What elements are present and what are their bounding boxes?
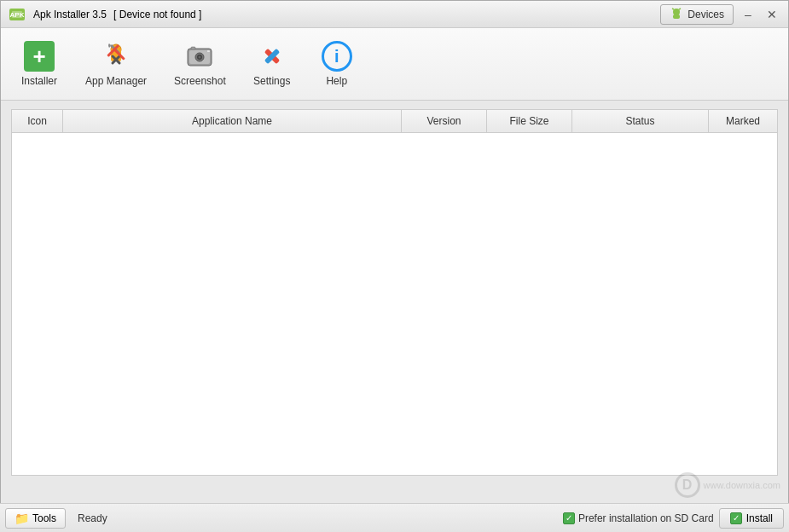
folder-icon: 📁 xyxy=(15,512,29,525)
toolbar: + Installer App Manager xyxy=(1,28,788,101)
svg-rect-19 xyxy=(191,47,195,49)
tools-label: Tools xyxy=(32,512,56,524)
help-icon: i xyxy=(322,41,352,72)
title-bar: APK Apk Installer 3.5 [ Device not found… xyxy=(1,1,788,28)
watermark-site: www.downxia.com xyxy=(704,480,780,490)
col-status-header: Status xyxy=(572,110,709,132)
svg-rect-4 xyxy=(673,14,680,19)
installer-button[interactable]: + Installer xyxy=(9,35,69,93)
install-check-icon: ✓ xyxy=(730,512,742,524)
col-version-header: Version xyxy=(402,110,487,132)
table-header: Icon Application Name Version File Size … xyxy=(12,110,777,133)
sd-card-preference[interactable]: ✓ Prefer installation on SD Card xyxy=(563,512,714,524)
col-icon-header: Icon xyxy=(12,110,63,132)
install-label: Install xyxy=(746,512,773,524)
watermark-logo: D xyxy=(675,472,700,498)
installer-label: Installer xyxy=(21,75,57,87)
close-button[interactable]: ✕ xyxy=(763,5,781,24)
screenshot-label: Screenshot xyxy=(174,75,226,87)
screenshot-button[interactable]: Screenshot xyxy=(163,35,237,93)
col-appname-header: Application Name xyxy=(63,110,402,132)
svg-text:APK: APK xyxy=(10,11,25,19)
help-label: Help xyxy=(326,75,347,87)
screenshot-icon xyxy=(184,41,215,72)
devices-label: Devices xyxy=(687,9,724,20)
install-button[interactable]: ✓ Install xyxy=(719,508,784,529)
app-title: Apk Installer 3.5 xyxy=(33,9,107,20)
status-bar: 📁 Tools Ready ✓ Prefer installation on S… xyxy=(0,503,789,532)
title-bar-right: Devices – ✕ xyxy=(660,4,781,25)
sd-card-checkbox[interactable]: ✓ xyxy=(563,512,575,524)
title-bar-left: APK Apk Installer 3.5 [ Device not found… xyxy=(8,5,201,24)
android-icon xyxy=(670,8,683,21)
table-body xyxy=(12,133,777,472)
app-manager-icon xyxy=(101,41,131,72)
col-marked-header: Marked xyxy=(709,110,777,132)
help-button[interactable]: i Help xyxy=(307,35,367,93)
app-manager-label: App Manager xyxy=(85,75,147,87)
ready-text: Ready xyxy=(78,512,558,524)
svg-rect-20 xyxy=(207,50,210,52)
devices-button[interactable]: Devices xyxy=(660,4,734,25)
sd-card-label: Prefer installation on SD Card xyxy=(578,512,714,524)
svg-point-18 xyxy=(199,56,201,59)
tools-button[interactable]: 📁 Tools xyxy=(5,508,66,529)
watermark: D www.downxia.com xyxy=(675,472,780,498)
settings-label: Settings xyxy=(253,75,290,87)
svg-line-5 xyxy=(672,9,674,9)
device-status: [ Device not found ] xyxy=(113,9,201,20)
settings-button[interactable]: Settings xyxy=(242,35,302,93)
settings-icon xyxy=(257,41,287,72)
installer-icon: + xyxy=(24,41,55,72)
svg-line-6 xyxy=(679,9,681,9)
main-content: Icon Application Name Version File Size … xyxy=(11,109,778,476)
svg-point-3 xyxy=(673,9,680,15)
minimize-button[interactable]: – xyxy=(739,5,757,24)
app-icon: APK xyxy=(8,5,26,24)
app-manager-button[interactable]: App Manager xyxy=(74,35,158,93)
col-filesize-header: File Size xyxy=(487,110,572,132)
